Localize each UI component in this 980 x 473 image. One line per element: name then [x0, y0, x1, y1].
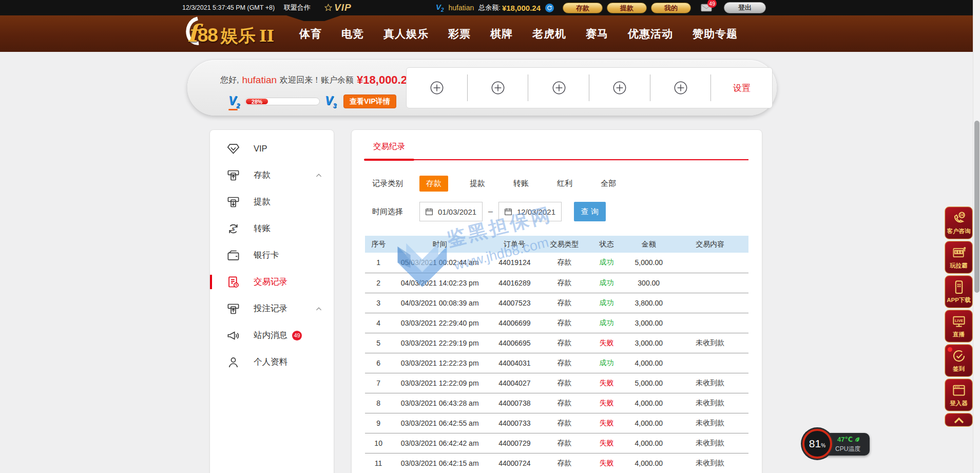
date-filter-row: 时间选择 01/03/2021 – 12/03/2021 查 询: [365, 202, 748, 221]
scrollbar-track[interactable]: [973, 0, 980, 473]
slot-machine-icon: 777: [951, 245, 967, 260]
transfer-icon: $: [226, 222, 240, 236]
scrollbar-thumb[interactable]: [974, 121, 979, 293]
date-to-input[interactable]: 12/03/2021: [498, 202, 562, 221]
cell-detail: 未收到款: [672, 433, 748, 453]
mail-badge: 49: [707, 0, 717, 8]
nav-item-3[interactable]: 真人娱乐: [374, 27, 438, 41]
add-slot-button-2[interactable]: [468, 68, 529, 108]
live-stream-icon: LIVE: [951, 314, 967, 329]
float-button-直播[interactable]: LIVE直播: [945, 310, 973, 343]
cell-order: 44007523: [488, 293, 542, 313]
nav-item-8[interactable]: 优惠活动: [618, 27, 683, 41]
table-row: 603/03/2021 12:22:23 pm44004031存款成功4,000…: [365, 353, 748, 373]
date-from-input[interactable]: 01/03/2021: [419, 202, 483, 221]
float-button-客户咨询[interactable]: 24客户咨询: [945, 206, 973, 239]
table-row: 803/03/2021 06:43:28 am44000738存款失败4,000…: [365, 393, 748, 413]
welcome-banner: 您好, hufatian 欢迎回来！账户余额 ¥18,000.24 V2 28%…: [187, 60, 777, 116]
table-header-7: 交易内容: [672, 236, 748, 253]
add-slot-button-4[interactable]: [589, 68, 650, 108]
svg-text:7: 7: [957, 251, 959, 254]
cell-time: 03/03/2021 06:42:42 am: [392, 433, 488, 453]
main-nav: f 88 娱乐 II 体育电竞真人娱乐彩票棋牌老虎机赛马优惠活动赞助专题: [0, 15, 973, 52]
quick-panel: 设置: [406, 67, 773, 108]
float-button-label: 登入器: [950, 400, 968, 407]
cell-no: 1: [365, 253, 392, 273]
cell-status: 失败: [587, 393, 626, 413]
sidebar-item-4[interactable]: $转账: [210, 215, 334, 242]
topbar-button-2[interactable]: 提款: [607, 3, 647, 13]
category-tab-3[interactable]: 转账: [507, 176, 535, 192]
nav-item-6[interactable]: 老虎机: [523, 27, 576, 41]
nav-item-5[interactable]: 棋牌: [481, 27, 523, 41]
sidebar-item-9[interactable]: 个人资料: [210, 349, 334, 375]
float-button-玩拉霸[interactable]: 777玩拉霸: [945, 241, 973, 274]
transaction-record-icon: [226, 275, 240, 289]
nav-item-4[interactable]: 彩票: [438, 27, 481, 41]
cell-time: 03/03/2021 12:22:09 pm: [392, 373, 488, 393]
site-logo[interactable]: f 88 娱乐 II: [187, 20, 274, 48]
float-button-APP下载[interactable]: APP下载: [945, 275, 973, 308]
search-button[interactable]: 查 询: [574, 202, 606, 221]
cell-no: 11: [365, 453, 392, 473]
table-row: 703/03/2021 12:22:09 pm44004027存款失败5,000…: [365, 373, 748, 393]
sidebar: VIP存款提款$转账银行卡交易记录投注记录站内消息49个人资料: [209, 129, 334, 473]
vip-detail-button[interactable]: 查看VIP详情: [343, 94, 396, 108]
topbar-button-3[interactable]: 我的: [651, 3, 691, 13]
cpu-temp-label: CPU温度: [835, 445, 860, 453]
vip-progress-fill: 28%: [246, 99, 268, 104]
category-tab-1[interactable]: 存款: [419, 176, 448, 192]
alliance-link[interactable]: 联盟合作: [284, 3, 311, 12]
category-tab-4[interactable]: 红利: [550, 176, 579, 192]
mail-icon[interactable]: 49: [701, 4, 712, 12]
sidebar-item-6[interactable]: 交易记录: [210, 269, 334, 295]
nav-item-7[interactable]: 赛马: [576, 27, 618, 41]
sidebar-item-label: 个人资料: [254, 356, 287, 368]
sidebar-item-5[interactable]: 银行卡: [210, 242, 334, 269]
float-button-collapse[interactable]: [945, 413, 973, 427]
cell-amount: 5,000.00: [626, 253, 672, 273]
float-button-label: 签到: [953, 365, 965, 373]
sidebar-item-1[interactable]: VIP: [210, 135, 334, 162]
cell-amount: 4,000.00: [626, 353, 672, 373]
settings-button[interactable]: 设置: [711, 68, 772, 108]
nav-item-2[interactable]: 电竞: [332, 27, 374, 41]
cell-order: 44006699: [488, 313, 542, 333]
refresh-balance-icon[interactable]: [545, 4, 554, 12]
float-button-签到[interactable]: 签到: [945, 344, 973, 377]
topbar-button-1[interactable]: 存款: [563, 3, 603, 13]
cell-no: 9: [365, 413, 392, 433]
float-button-登入器[interactable]: 登入器: [945, 379, 973, 411]
table-row: 105/03/2021 00:02:44 am44019124存款成功5,000…: [365, 253, 748, 273]
sidebar-item-3[interactable]: 提款: [210, 188, 334, 215]
plus-circle-icon: [612, 81, 627, 95]
category-tab-5[interactable]: 全部: [594, 176, 623, 192]
logout-button[interactable]: 登出: [724, 2, 766, 13]
float-button-label: 直播: [953, 331, 965, 338]
cell-type: 存款: [542, 433, 588, 453]
sidebar-item-8[interactable]: 站内消息49: [210, 322, 334, 349]
nav-item-9[interactable]: 赞助专题: [683, 27, 747, 41]
sidebar-item-7[interactable]: 投注记录: [210, 295, 334, 322]
greeting-username: hufatian: [242, 74, 277, 86]
cell-order: 44000724: [488, 453, 542, 473]
cell-type: 存款: [542, 373, 588, 393]
cell-no: 8: [365, 393, 392, 413]
sidebar-item-2[interactable]: 存款: [210, 162, 334, 188]
table-header-4: 交易类型: [542, 236, 588, 253]
tab-transaction-records[interactable]: 交易纪录: [372, 141, 406, 159]
add-slot-button-5[interactable]: [650, 68, 712, 108]
cell-time: 03/03/2021 22:29:19 pm: [392, 333, 488, 353]
add-slot-button-3[interactable]: [528, 68, 589, 108]
plus-circle-icon: [552, 81, 566, 95]
cell-amount: 4,000.00: [626, 393, 672, 413]
vip-logo[interactable]: VIP: [324, 2, 352, 13]
vip-progress-row: V2 28% V3 查看VIP详情: [228, 94, 396, 109]
table-row: 1003/03/2021 06:42:42 am44000729存款失败4,00…: [365, 433, 748, 453]
cell-time: 03/03/2021 06:42:15 am: [392, 453, 488, 473]
nav-item-1[interactable]: 体育: [290, 27, 332, 41]
category-tab-2[interactable]: 提款: [463, 176, 492, 192]
cell-status: 失败: [587, 413, 626, 433]
cell-no: 4: [365, 313, 392, 333]
add-slot-button-1[interactable]: [407, 68, 468, 108]
